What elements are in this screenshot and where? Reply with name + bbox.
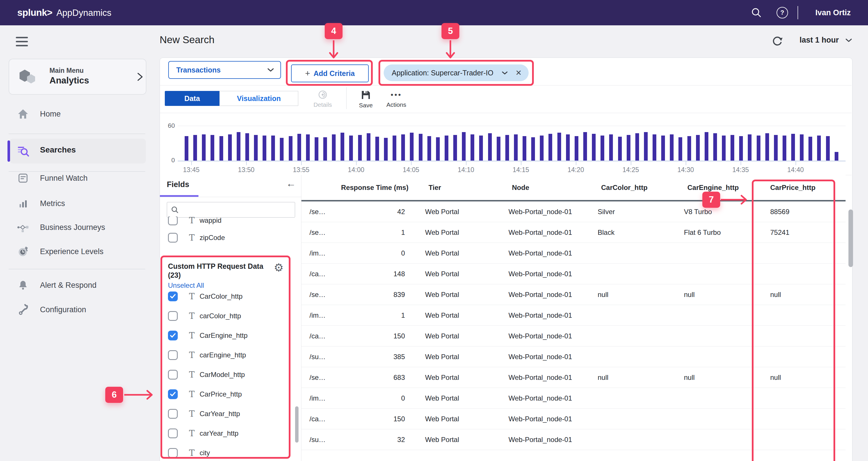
fields-scrollbar-thumb[interactable] bbox=[295, 406, 299, 442]
table-row[interactable]: /im…0Web PortalWeb-Portal_node-01 bbox=[302, 388, 845, 409]
field-list-item[interactable]: TzipCode bbox=[160, 229, 295, 246]
column-header[interactable]: Tier bbox=[422, 183, 506, 192]
table-row[interactable]: /im…0Web PortalWeb-Portal_node-01 bbox=[302, 243, 845, 264]
sidebar-item-alert-respond[interactable]: Alert & Respond bbox=[0, 276, 154, 294]
checkbox-checked[interactable] bbox=[168, 330, 178, 340]
column-header[interactable]: CarColor_http bbox=[595, 183, 681, 192]
table-row[interactable]: /ca…150Web PortalWeb-Portal_node-01 bbox=[302, 326, 845, 346]
sidebar-item-funnel-watch[interactable]: Funnel Watch bbox=[0, 169, 154, 188]
field-list-item[interactable]: TcarYear_http bbox=[160, 424, 286, 443]
global-search-button[interactable] bbox=[743, 7, 769, 18]
chart-bar bbox=[505, 135, 509, 161]
type-icon: T bbox=[188, 233, 196, 242]
add-criteria-button[interactable]: + Add Criteria bbox=[291, 64, 369, 82]
gear-icon[interactable]: ⚙ bbox=[274, 261, 284, 274]
fields-search-box[interactable] bbox=[167, 202, 295, 218]
sidebar-divider bbox=[9, 269, 145, 269]
chevron-down-icon[interactable] bbox=[502, 71, 508, 75]
sidebar-item-business-journeys[interactable]: Business Journeys bbox=[0, 218, 154, 236]
column-header[interactable]: CarEngine_http bbox=[681, 183, 767, 192]
table-cell: /im… bbox=[302, 311, 327, 319]
table-row[interactable]: /su…385Web PortalWeb-Portal_node-01 bbox=[302, 346, 845, 367]
field-label: city bbox=[199, 449, 210, 457]
field-list-item[interactable]: TcarColor_http bbox=[160, 306, 286, 326]
search-scope-select[interactable]: Transactions bbox=[168, 61, 281, 79]
chart-bar bbox=[774, 135, 778, 161]
checkbox-unchecked[interactable] bbox=[168, 448, 178, 458]
field-list-item[interactable]: TCarColor_http bbox=[160, 287, 286, 306]
field-list-item[interactable]: Tcity bbox=[160, 443, 286, 461]
searches-icon bbox=[17, 145, 30, 158]
time-range-selector[interactable]: last 1 hour bbox=[800, 36, 852, 45]
user-menu[interactable]: Ivan Ortiz bbox=[815, 8, 851, 17]
chart-bar bbox=[427, 136, 431, 161]
table-row[interactable]: /ca…150Web PortalWeb-Portal_node-01 bbox=[302, 409, 845, 429]
chart-bar bbox=[670, 134, 674, 161]
x-axis-tick-label: 14:15 bbox=[502, 166, 539, 174]
table-cell: Web Portal bbox=[422, 311, 506, 319]
tab-visualization[interactable]: Visualization bbox=[219, 91, 298, 106]
table-row[interactable]: /se…1Web PortalWeb-Portal_node-01BlackFl… bbox=[302, 222, 845, 243]
collapse-panel-icon[interactable]: ← bbox=[286, 178, 296, 189]
sidebar-item-home[interactable]: Home bbox=[0, 105, 154, 123]
annotation-badge-6: 6 bbox=[105, 387, 123, 403]
table-row[interactable]: /se…839Web PortalWeb-Portal_node-01nulln… bbox=[302, 284, 845, 305]
column-header[interactable]: CarPrice_http bbox=[767, 183, 845, 192]
fields-header-border bbox=[160, 197, 301, 197]
table-row[interactable]: /se…42Web PortalWeb-Portal_node-01Silver… bbox=[302, 201, 845, 222]
table-row[interactable]: /im…1Web PortalWeb-Portal_node-01 bbox=[302, 305, 845, 326]
field-list-item[interactable]: Twappid bbox=[160, 217, 295, 229]
checkbox-unchecked[interactable] bbox=[168, 217, 178, 225]
table-cell: 88569 bbox=[767, 208, 845, 216]
sidebar-toggle-button[interactable] bbox=[16, 37, 28, 46]
checkbox-unchecked[interactable] bbox=[168, 370, 178, 380]
x-axis-tick-label: 14:05 bbox=[392, 166, 430, 174]
table-row[interactable]: /se…683Web PortalWeb-Portal_node-01nulln… bbox=[302, 367, 845, 388]
refresh-button[interactable] bbox=[771, 34, 784, 48]
fields-search-input[interactable] bbox=[182, 205, 295, 214]
sidebar-item-configuration[interactable]: Configuration bbox=[0, 300, 154, 319]
checkbox-checked[interactable] bbox=[168, 390, 178, 399]
table-cell: 1 bbox=[327, 311, 422, 319]
actions-button[interactable]: ••• Actions bbox=[379, 90, 413, 108]
field-list-item[interactable]: TCarModel_http bbox=[160, 365, 286, 384]
table-row[interactable] bbox=[302, 450, 845, 461]
field-list-item[interactable]: TcarEngine_http bbox=[160, 345, 286, 365]
table-cell: null bbox=[595, 374, 681, 381]
checkbox-checked[interactable] bbox=[168, 291, 178, 301]
x-axis-tick-label: 14:40 bbox=[777, 166, 814, 174]
sidebar-item-metrics[interactable]: Metrics bbox=[0, 194, 154, 213]
chart-bar bbox=[583, 132, 587, 161]
main-menu-selector[interactable]: Main Menu Analytics bbox=[9, 59, 146, 95]
tab-data[interactable]: Data bbox=[165, 91, 219, 106]
checkbox-unchecked[interactable] bbox=[168, 311, 178, 321]
checkbox-unchecked[interactable] bbox=[168, 233, 178, 242]
help-button[interactable]: ? bbox=[769, 7, 795, 19]
remove-criteria-icon[interactable]: ✕ bbox=[516, 68, 522, 78]
x-axis-tick bbox=[466, 162, 466, 165]
checkbox-unchecked[interactable] bbox=[168, 350, 178, 360]
sidebar-item-experience-levels[interactable]: Experience Levels bbox=[0, 242, 154, 261]
checkbox-unchecked[interactable] bbox=[168, 429, 178, 438]
chart-bar bbox=[791, 134, 795, 161]
field-list-item[interactable]: TCarEngine_http bbox=[160, 326, 286, 345]
column-header[interactable]: Node bbox=[506, 183, 595, 192]
field-list-item[interactable]: TCarPrice_http bbox=[160, 384, 286, 404]
table-cell: 42 bbox=[327, 208, 422, 216]
chart-bar bbox=[566, 134, 570, 161]
table-row[interactable]: /ca…148Web PortalWeb-Portal_node-01 bbox=[302, 264, 845, 284]
details-button[interactable]: Details bbox=[305, 90, 340, 108]
field-list-item[interactable]: TCarYear_http bbox=[160, 404, 286, 424]
chart-bar bbox=[436, 137, 440, 161]
chart-bar bbox=[419, 134, 423, 161]
checkbox-unchecked[interactable] bbox=[168, 409, 178, 419]
save-button[interactable]: Save bbox=[348, 90, 383, 109]
search-icon bbox=[171, 206, 179, 213]
table-row[interactable]: /su…32Web PortalWeb-Portal_node-01 bbox=[302, 429, 845, 450]
column-header[interactable]: Response Time (ms) bbox=[327, 183, 422, 192]
sidebar-item-searches[interactable] bbox=[10, 139, 146, 164]
chart-bar bbox=[254, 135, 258, 161]
table-scrollbar-thumb[interactable] bbox=[848, 209, 853, 267]
help-icon: ? bbox=[777, 7, 788, 19]
application-criteria-chip[interactable]: Application: Supercar-Trader-IO ✕ bbox=[384, 64, 529, 81]
